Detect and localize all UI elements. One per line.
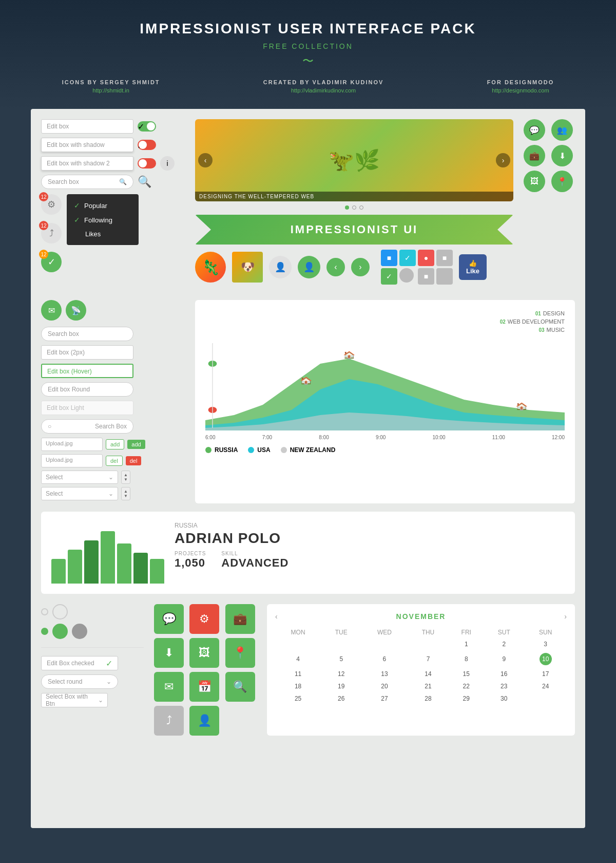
social-btn-gray3[interactable] [436, 268, 453, 285]
cal-day[interactable]: 29 [449, 692, 484, 705]
btn-del-outline[interactable]: del [106, 456, 123, 466]
edit-box-2px-input[interactable]: Edit box (2px) [41, 345, 133, 360]
credit-created-link[interactable]: http://vladimirkudinov.com [263, 87, 384, 93]
icon-grid-gear[interactable]: ⚙ [189, 604, 219, 634]
icon-grid-person[interactable]: 👤 [189, 706, 219, 736]
cal-day[interactable]: 8 [449, 650, 484, 668]
cal-day[interactable]: 10 [524, 650, 567, 668]
dropdown-item-likes[interactable]: Likes [67, 227, 139, 241]
btn-add-1[interactable]: add [106, 439, 124, 449]
cal-day[interactable]: 7 [408, 650, 449, 668]
cal-day[interactable]: 12 [321, 668, 361, 680]
cal-day[interactable]: 27 [361, 692, 407, 705]
icon-grid-share[interactable]: ⤴ [154, 706, 184, 736]
cal-day[interactable] [321, 638, 361, 650]
edit-box-input[interactable]: Edit box [41, 119, 133, 134]
slider-dot-1[interactable] [345, 205, 349, 210]
icon-btn-group[interactable]: 👥 [551, 119, 573, 141]
social-btn-gray[interactable]: ■ [436, 250, 453, 266]
cal-day[interactable]: 30 [484, 692, 524, 705]
edit-box-shadow2-input[interactable]: Edit box with shadow 2 [41, 156, 133, 171]
cal-day[interactable]: 5 [321, 650, 361, 668]
social-btn-blue[interactable]: ■ [381, 250, 397, 266]
toggle-btn[interactable]: i [160, 156, 175, 171]
cal-day[interactable]: 21 [408, 680, 449, 692]
credit-for-link[interactable]: http://designmodo.com [487, 87, 554, 93]
edit-box-shadow-input[interactable]: Edit box with shadow [41, 138, 133, 152]
select-round-input[interactable]: Select round ⌄ [41, 674, 118, 689]
upload-input-2[interactable]: Upload.jpg [41, 454, 103, 467]
cal-day[interactable] [275, 638, 321, 650]
circle-btn-filled-gray[interactable] [72, 624, 87, 639]
cal-day[interactable]: 20 [361, 680, 407, 692]
icon-btn-chat[interactable]: 💬 [524, 119, 545, 141]
select-box-1[interactable]: Select ⌄ [41, 471, 118, 484]
cal-day[interactable]: 26 [321, 692, 361, 705]
cal-day[interactable]: 19 [321, 680, 361, 692]
icon-btn-image[interactable]: 🖼 [524, 171, 545, 192]
nav-arrow-left[interactable]: ‹ [326, 258, 345, 276]
cal-day-green[interactable]: 16 [484, 668, 524, 680]
profile-btn-2[interactable]: 👤 [298, 256, 320, 278]
icon-grid-image[interactable]: 🖼 [189, 638, 219, 668]
cal-day[interactable]: 9 [484, 650, 524, 668]
cal-next-btn[interactable]: › [564, 612, 567, 621]
social-btn-red[interactable]: ● [418, 250, 434, 266]
cal-day[interactable]: 6 [361, 650, 407, 668]
slider-dot-3[interactable] [359, 205, 363, 210]
select-arrows-2[interactable]: ▲▼ [121, 487, 130, 500]
credit-icons-link[interactable]: http://shmidt.in [62, 87, 160, 93]
select-arrows-1[interactable]: ▲▼ [121, 471, 130, 484]
cal-day[interactable]: 22 [449, 680, 484, 692]
edit-box-checked-input[interactable]: Edit Box checked ✓ [41, 656, 118, 670]
radio-filled-1[interactable] [41, 628, 48, 635]
radio-empty-1[interactable] [41, 608, 48, 615]
dropdown-item-popular[interactable]: ✓ Popular [67, 198, 139, 213]
icon-btn-location[interactable]: 📍 [551, 171, 573, 192]
toggle-off2[interactable] [138, 158, 156, 168]
icon-grid-calendar[interactable]: 📅 [189, 672, 219, 702]
cal-day[interactable]: 18 [275, 680, 321, 692]
toggle-on[interactable]: ✓ [138, 121, 156, 132]
btn-add-green[interactable]: add [127, 440, 145, 449]
nav-arrow-right[interactable]: › [351, 258, 370, 276]
icon-grid-email[interactable]: ✉ [154, 672, 184, 702]
cal-prev-btn[interactable]: ‹ [275, 612, 278, 621]
select-box-2[interactable]: Select ⌄ [41, 487, 118, 500]
cal-day[interactable]: 23 [484, 680, 524, 692]
profile-btn-1[interactable]: 👤 [269, 256, 292, 278]
circle-btn-filled-1[interactable] [52, 624, 68, 639]
cal-day[interactable]: 13 [361, 668, 407, 680]
cal-today[interactable]: 10 [540, 653, 552, 665]
slider-arrow-right[interactable]: › [496, 153, 510, 167]
slider-dot-2[interactable] [352, 205, 356, 210]
edit-box-hover-input[interactable]: Edit box (Hover) [41, 364, 133, 378]
search-box-bottom-input[interactable]: ○ Search Box [41, 419, 133, 434]
social-btn-teal[interactable]: ✓ [399, 250, 416, 266]
icon-grid-briefcase[interactable]: 💼 [225, 604, 255, 634]
select-with-btn-input[interactable]: Select Box with Btn ⌄ [41, 693, 108, 707]
cal-day[interactable] [361, 638, 407, 650]
cal-day[interactable]: 25 [275, 692, 321, 705]
cal-day[interactable]: 3 [524, 638, 567, 650]
slider-arrow-left[interactable]: ‹ [198, 153, 213, 167]
cal-day[interactable]: 17 [524, 668, 567, 680]
cal-day[interactable]: 1 [449, 638, 484, 650]
icon-grid-location[interactable]: 📍 [225, 638, 255, 668]
cal-day[interactable]: 28 [408, 692, 449, 705]
icon-grid-download[interactable]: ⬇ [154, 638, 184, 668]
round-btn-feed[interactable]: 📡 [66, 300, 86, 321]
social-btn-dot[interactable] [399, 268, 414, 283]
cal-day[interactable] [524, 692, 567, 705]
cal-day[interactable]: 24 [524, 680, 567, 692]
search-box-mid-input[interactable]: Search box [41, 327, 133, 341]
cal-day[interactable]: 11 [275, 668, 321, 680]
round-btn-email[interactable]: ✉ [41, 300, 62, 321]
edit-box-light-input[interactable]: Edit box Light [41, 401, 133, 415]
cal-day[interactable]: 15 [449, 668, 484, 680]
upload-input-1[interactable]: Upload.jpg [41, 438, 103, 451]
cal-day[interactable]: 2 [484, 638, 524, 650]
btn-del-red[interactable]: del [126, 456, 142, 465]
icon-btn-briefcase[interactable]: 💼 [524, 145, 545, 166]
edit-box-round-input[interactable]: Edit box Round [41, 382, 133, 397]
